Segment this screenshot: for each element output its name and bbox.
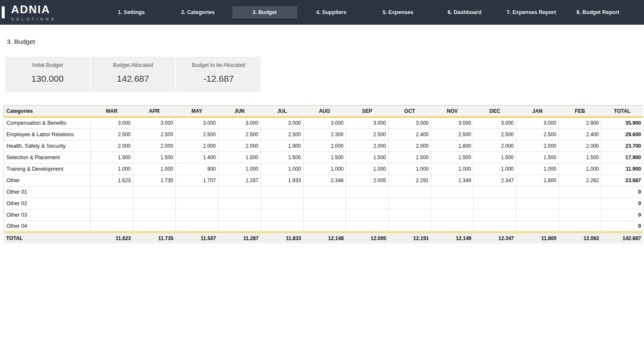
- value-cell[interactable]: 2.000: [559, 140, 601, 152]
- value-cell[interactable]: 3.000: [474, 117, 516, 129]
- value-cell[interactable]: 1.933: [261, 175, 303, 186]
- value-cell[interactable]: 2.000: [346, 140, 389, 152]
- value-cell[interactable]: 1.000: [516, 163, 559, 175]
- value-cell[interactable]: [133, 198, 176, 209]
- value-cell[interactable]: 1.000: [474, 163, 516, 175]
- value-cell[interactable]: [303, 198, 346, 209]
- value-cell[interactable]: 2.005: [346, 175, 389, 186]
- value-cell[interactable]: [218, 221, 261, 232]
- category-cell[interactable]: Other 03: [4, 209, 91, 221]
- value-cell[interactable]: [389, 186, 431, 198]
- value-cell[interactable]: [133, 209, 176, 221]
- value-cell[interactable]: [431, 221, 474, 232]
- value-cell[interactable]: [91, 186, 133, 198]
- value-cell[interactable]: 1.000: [431, 163, 474, 175]
- value-cell[interactable]: 3.000: [91, 117, 133, 129]
- value-cell[interactable]: 1.000: [346, 163, 389, 175]
- value-cell[interactable]: 3.000: [133, 117, 176, 129]
- value-cell[interactable]: 1.900: [261, 140, 303, 152]
- value-cell[interactable]: [346, 198, 389, 209]
- value-cell[interactable]: [389, 221, 431, 232]
- value-cell[interactable]: 1.735: [133, 175, 176, 186]
- value-cell[interactable]: [559, 186, 601, 198]
- value-cell[interactable]: 1.400: [176, 152, 218, 163]
- value-cell[interactable]: [91, 221, 133, 232]
- category-cell[interactable]: Training & Development: [4, 163, 91, 175]
- value-cell[interactable]: 2.500: [516, 129, 559, 140]
- value-cell[interactable]: 2.400: [389, 129, 431, 140]
- value-cell[interactable]: [431, 209, 474, 221]
- value-cell[interactable]: [91, 209, 133, 221]
- value-cell[interactable]: 1.707: [176, 175, 218, 186]
- value-cell[interactable]: 3.000: [303, 117, 346, 129]
- nav-tab-3-budget[interactable]: 3. Budget: [231, 6, 298, 18]
- value-cell[interactable]: [474, 198, 516, 209]
- value-cell[interactable]: 1.000: [389, 163, 431, 175]
- value-cell[interactable]: [346, 221, 389, 232]
- value-cell[interactable]: [176, 198, 218, 209]
- value-cell[interactable]: [431, 198, 474, 209]
- value-cell[interactable]: 3.000: [176, 117, 218, 129]
- value-cell[interactable]: [176, 209, 218, 221]
- value-cell[interactable]: [303, 186, 346, 198]
- value-cell[interactable]: 2.000: [303, 140, 346, 152]
- value-cell[interactable]: 1.500: [474, 152, 516, 163]
- value-cell[interactable]: 3.000: [261, 117, 303, 129]
- value-cell[interactable]: 3.000: [346, 117, 389, 129]
- value-cell[interactable]: [516, 209, 559, 221]
- value-cell[interactable]: [559, 209, 601, 221]
- value-cell[interactable]: 1.500: [346, 152, 389, 163]
- value-cell[interactable]: 1.000: [303, 163, 346, 175]
- value-cell[interactable]: [346, 209, 389, 221]
- value-cell[interactable]: 3.000: [389, 117, 431, 129]
- value-cell[interactable]: 2.000: [176, 140, 218, 152]
- value-cell[interactable]: [218, 198, 261, 209]
- value-cell[interactable]: 1.500: [261, 152, 303, 163]
- category-cell[interactable]: Compensation & Benefits: [4, 117, 91, 129]
- category-cell[interactable]: Other 04: [4, 221, 91, 232]
- value-cell[interactable]: [261, 221, 303, 232]
- value-cell[interactable]: 2.000: [91, 140, 133, 152]
- value-cell[interactable]: 2.348: [303, 175, 346, 186]
- value-cell[interactable]: [303, 221, 346, 232]
- value-cell[interactable]: 2.500: [91, 129, 133, 140]
- value-cell[interactable]: [431, 186, 474, 198]
- value-cell[interactable]: 2.262: [559, 175, 601, 186]
- value-cell[interactable]: [516, 221, 559, 232]
- value-cell[interactable]: 1.500: [303, 152, 346, 163]
- value-cell[interactable]: 1.500: [218, 152, 261, 163]
- value-cell[interactable]: [559, 221, 601, 232]
- value-cell[interactable]: 2.400: [559, 129, 601, 140]
- category-cell[interactable]: Employee & Labor Relations: [4, 129, 91, 140]
- category-cell[interactable]: Other 01: [4, 186, 91, 198]
- nav-tab-1-settings[interactable]: 1. Settings: [98, 6, 165, 18]
- value-cell[interactable]: 2.500: [176, 129, 218, 140]
- value-cell[interactable]: 2.500: [133, 129, 176, 140]
- value-cell[interactable]: 2.000: [218, 140, 261, 152]
- value-cell[interactable]: [516, 198, 559, 209]
- value-cell[interactable]: [389, 198, 431, 209]
- value-cell[interactable]: [474, 209, 516, 221]
- value-cell[interactable]: 1.000: [261, 163, 303, 175]
- nav-tab-4-suppliers[interactable]: 4. Suppliers: [298, 6, 365, 18]
- value-cell[interactable]: 1.500: [516, 152, 559, 163]
- value-cell[interactable]: 1.000: [133, 163, 176, 175]
- category-cell[interactable]: Health, Safety & Security: [4, 140, 91, 152]
- value-cell[interactable]: [176, 186, 218, 198]
- value-cell[interactable]: 2.500: [346, 129, 389, 140]
- value-cell[interactable]: [261, 186, 303, 198]
- value-cell[interactable]: 1.500: [389, 152, 431, 163]
- value-cell[interactable]: 2.000: [133, 140, 176, 152]
- value-cell[interactable]: 1.500: [559, 152, 601, 163]
- nav-tab-7-expenses-report[interactable]: 7. Expenses Report: [498, 6, 565, 18]
- category-cell[interactable]: Other 02: [4, 198, 91, 209]
- value-cell[interactable]: 2.000: [474, 140, 516, 152]
- value-cell[interactable]: [474, 186, 516, 198]
- value-cell[interactable]: [474, 221, 516, 232]
- value-cell[interactable]: 3.000: [431, 117, 474, 129]
- nav-tab-6-dashboard[interactable]: 6. Dashboard: [431, 6, 498, 18]
- value-cell[interactable]: 1.623: [91, 175, 133, 186]
- value-cell[interactable]: 1.000: [559, 163, 601, 175]
- value-cell[interactable]: 2.500: [431, 129, 474, 140]
- value-cell[interactable]: 1.500: [431, 152, 474, 163]
